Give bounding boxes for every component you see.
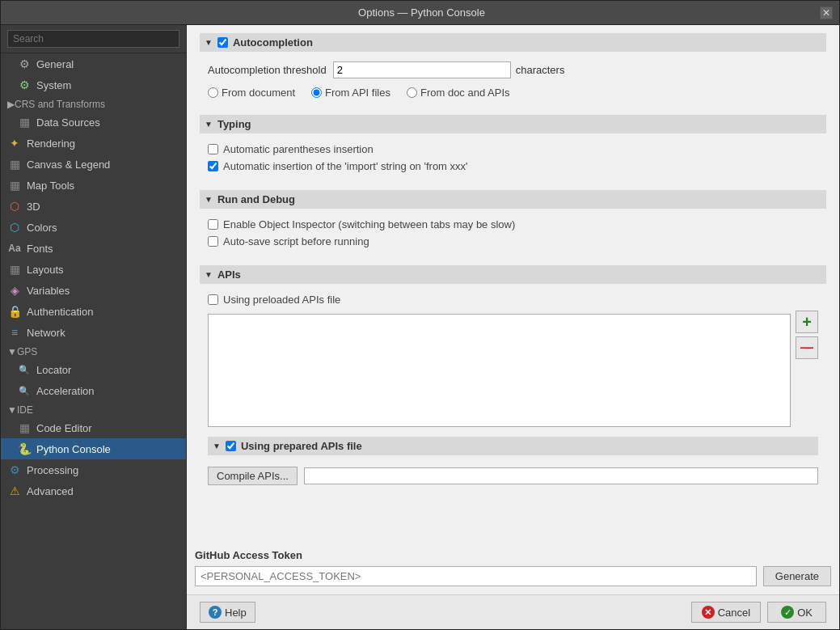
sidebar-item-acceleration[interactable]: 🔍 Acceleration (1, 380, 186, 401)
sidebar-label-auth: Authentication (27, 306, 93, 318)
compile-path-input[interactable] (304, 467, 818, 484)
run-debug-body: Enable Object Inspector (switching betwe… (200, 215, 826, 256)
typing-label: Typing (217, 118, 251, 130)
autocompletion-triangle: ▼ (205, 38, 213, 47)
typing-header[interactable]: ▼ Typing (200, 115, 826, 133)
sidebar-label-datasources: Data Sources (36, 116, 100, 129)
sidebar-item-pythonconsole[interactable]: 🐍 Python Console (1, 438, 186, 459)
search-box (1, 25, 186, 53)
run-debug-header[interactable]: ▼ Run and Debug (200, 190, 826, 209)
generate-button[interactable]: Generate (763, 566, 831, 586)
sidebar-item-3d[interactable]: ⬡ 3D (1, 196, 186, 217)
title-bar: Options — Python Console ✕ (1, 1, 839, 25)
sidebar-group-crs[interactable]: ▶ CRS and Transforms (1, 95, 186, 112)
sidebar-item-codeeditor[interactable]: ▦ Code Editor (1, 417, 186, 438)
apis-list (208, 314, 791, 427)
autocompletion-header[interactable]: ▼ Autocompletion (200, 33, 826, 52)
sidebar-item-canvas[interactable]: ▦ Canvas & Legend (1, 154, 186, 175)
sidebar-label-system: System (36, 79, 71, 91)
sidebar-item-system[interactable]: ⚙ System (1, 74, 186, 95)
advanced-icon: ⚠ (7, 484, 22, 498)
canvas-icon: ▦ (7, 157, 22, 171)
cancel-button[interactable]: ✕ Cancel (691, 602, 761, 623)
sidebar-item-network[interactable]: ≡ Network (1, 322, 186, 343)
obj-inspector-checkbox[interactable] (208, 219, 218, 230)
close-button[interactable]: ✕ (820, 6, 833, 19)
sidebar-item-layouts[interactable]: ▦ Layouts (1, 259, 186, 280)
preloaded-checkbox[interactable] (208, 294, 218, 305)
auto-save-checkbox[interactable] (208, 236, 218, 247)
autocompletion-section: ▼ Autocompletion Autocompletion threshol… (200, 33, 826, 105)
sidebar-label-gps: GPS (17, 346, 37, 357)
sidebar-label-acceleration: Acceleration (36, 385, 95, 397)
help-button[interactable]: ? Help (200, 602, 255, 623)
compile-apis-button[interactable]: Compile APIs... (208, 467, 298, 485)
radio-from-doc-label: From document (222, 87, 295, 99)
radio-from-doc-input[interactable] (208, 87, 218, 98)
sidebar-item-locator[interactable]: 🔍 Locator (1, 359, 186, 380)
remove-api-button[interactable]: — (796, 336, 818, 359)
add-api-button[interactable]: + (796, 311, 818, 333)
radio-from-doc-api-input[interactable] (407, 87, 417, 98)
preloaded-label[interactable]: Using preloaded APIs file (208, 294, 818, 306)
sidebar-item-datasources[interactable]: ▦ Data Sources (1, 112, 186, 133)
gps-arrow: ▼ (7, 346, 17, 357)
auto-import-label[interactable]: Automatic insertion of the 'import' stri… (208, 160, 818, 172)
apis-header[interactable]: ▼ APIs (200, 265, 826, 284)
ok-label: OK (797, 607, 813, 619)
auto-parens-checkbox[interactable] (208, 144, 218, 154)
prepared-apis-checkbox[interactable] (226, 441, 236, 451)
sidebar-item-maptools[interactable]: ▦ Map Tools (1, 175, 186, 196)
threshold-input[interactable] (333, 61, 511, 78)
sidebar-item-colors[interactable]: ⬡ Colors (1, 217, 186, 238)
sidebar-item-fonts[interactable]: Aa Fonts (1, 238, 186, 259)
typing-triangle: ▼ (205, 120, 213, 129)
prepared-triangle: ▼ (213, 442, 221, 450)
codeeditor-icon: ▦ (17, 421, 32, 435)
sidebar-label-canvas: Canvas & Legend (27, 159, 110, 171)
threshold-unit: characters (516, 64, 565, 76)
colors-icon: ⬡ (7, 220, 22, 235)
sidebar-group-ide[interactable]: ▼ IDE (1, 401, 186, 417)
radio-from-api[interactable]: From API files (311, 87, 390, 99)
ok-button[interactable]: ✓ OK (767, 602, 826, 623)
auto-save-label[interactable]: Auto-save script before running (208, 235, 818, 247)
github-token-input[interactable] (195, 566, 757, 586)
radio-from-api-input[interactable] (311, 87, 322, 98)
auto-import-checkbox[interactable] (208, 161, 218, 171)
autocompletion-checkbox[interactable] (217, 37, 228, 48)
search-input[interactable] (7, 30, 179, 48)
acceleration-icon: 🔍 (17, 383, 32, 398)
sidebar-item-rendering[interactable]: ✦ Rendering (1, 133, 186, 154)
sidebar-item-processing[interactable]: ⚙ Processing (1, 459, 186, 480)
run-debug-label: Run and Debug (217, 193, 295, 205)
sidebar-label-locator: Locator (36, 364, 71, 376)
threshold-input-group: characters (333, 61, 565, 78)
sidebar-label-maptools: Map Tools (27, 180, 74, 192)
radio-from-doc-api[interactable]: From doc and APIs (407, 87, 510, 99)
layouts-icon: ▦ (7, 262, 22, 277)
locator-icon: 🔍 (17, 362, 32, 377)
variables-icon: ◈ (7, 283, 22, 298)
sidebar-label-codeeditor: Code Editor (36, 422, 92, 434)
run-debug-section: ▼ Run and Debug Enable Object Inspector … (200, 190, 826, 256)
run-debug-triangle: ▼ (205, 195, 213, 204)
maptools-icon: ▦ (7, 178, 22, 192)
auto-parens-label[interactable]: Automatic parentheses insertion (208, 143, 818, 155)
auto-parens-text: Automatic parentheses insertion (223, 143, 374, 155)
sidebar-item-auth[interactable]: 🔒 Authentication (1, 301, 186, 322)
prepared-apis-header[interactable]: ▼ Using prepared APIs file (208, 437, 818, 455)
sidebar-item-general[interactable]: ⚙ General (1, 53, 186, 74)
radio-from-doc[interactable]: From document (208, 87, 295, 99)
auto-save-text: Auto-save script before running (223, 235, 369, 247)
compile-row: Compile APIs... (208, 462, 818, 485)
sidebar-item-variables[interactable]: ◈ Variables (1, 280, 186, 301)
sidebar: ⚙ General ⚙ System ▶ CRS and Transforms … (1, 25, 187, 629)
apis-triangle: ▼ (205, 270, 213, 279)
processing-icon: ⚙ (7, 463, 22, 477)
sidebar-label-advanced: Advanced (27, 485, 74, 497)
sidebar-group-gps[interactable]: ▼ GPS (1, 343, 186, 359)
sidebar-item-advanced[interactable]: ⚠ Advanced (1, 480, 186, 501)
obj-inspector-label[interactable]: Enable Object Inspector (switching betwe… (208, 218, 818, 230)
rendering-icon: ✦ (7, 136, 22, 150)
